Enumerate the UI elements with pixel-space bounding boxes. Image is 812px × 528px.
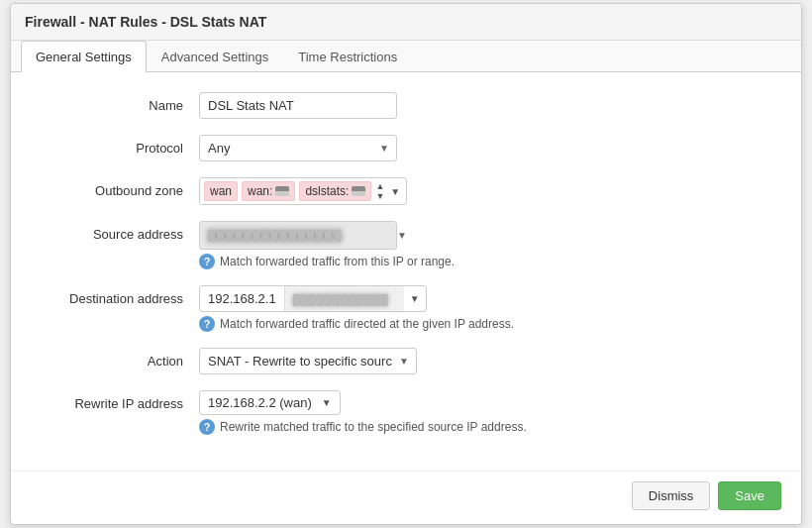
protocol-select[interactable]: Any TCP UDP TCP+UDP ICMP [199,135,397,161]
outbound-zone-label: Outbound zone [41,177,199,198]
zone-down-arrow-icon[interactable]: ▼ [375,192,384,201]
tab-advanced-settings[interactable]: Advanced Settings [147,41,283,72]
rewrite-help-icon[interactable]: ? [199,419,215,435]
window-title: Firewall - NAT Rules - DSL Stats NAT [11,4,801,41]
protocol-label: Protocol [41,135,199,156]
outbound-zone-row: Outbound zone wan wan: dslstats: [41,177,771,205]
action-control-wrap: SNAT - Rewrite to specific sourc MASQUER… [199,348,771,374]
zone-tag-wan-icon: wan: [242,181,295,201]
rewrite-ip-control-wrap: 192.168.2.2 (wan) ▼ ? Rewrite matched tr… [199,390,771,435]
rewrite-ip-dropdown-icon[interactable]: ▼ [316,397,332,408]
zone-dropdown-icon[interactable]: ▼ [388,184,402,199]
action-row: Action SNAT - Rewrite to specific sourc … [41,348,771,374]
rewrite-ip-label: Rewrite IP address [41,390,199,411]
destination-address-wrap[interactable]: 192.168.2.1 ▼ [199,285,427,312]
source-address-row: Source address ▼ ? Match forwarded traff… [41,221,771,269]
destination-address-control-wrap: 192.168.2.1 ▼ ? Match forwarded traffic … [199,285,771,332]
action-select[interactable]: SNAT - Rewrite to specific sourc MASQUER… [199,348,417,374]
destination-address-row: Destination address 192.168.2.1 ▼ ? Matc… [41,285,771,332]
destination-address-label: Destination address [41,285,199,306]
action-label: Action [41,348,199,369]
rewrite-ip-row: Rewrite IP address 192.168.2.2 (wan) ▼ ?… [41,390,771,435]
source-address-control-wrap: ▼ ? Match forwarded traffic from this IP… [199,221,771,269]
destination-blurred-range [285,286,404,311]
rewrite-ip-help: ? Rewrite matched traffic to the specifi… [199,419,771,435]
dismiss-button[interactable]: Dismiss [632,481,711,510]
zone-arrow-wrap: ▲ ▼ [375,182,384,201]
rewrite-ip-value: 192.168.2.2 (wan) [208,395,312,410]
footer: Dismiss Save [11,471,801,524]
name-control-wrap [199,92,771,119]
protocol-control-wrap: Any TCP UDP TCP+UDP ICMP ▼ [199,135,771,161]
form-body: Name Protocol Any TCP UDP TCP+UDP ICMP ▼ [11,72,801,467]
source-help-icon[interactable]: ? [199,254,215,269]
rewrite-ip-wrap[interactable]: 192.168.2.2 (wan) ▼ [199,390,341,415]
destination-help-icon[interactable]: ? [199,316,215,332]
tab-time-restrictions[interactable]: Time Restrictions [283,41,412,72]
name-input[interactable] [199,92,397,119]
name-label: Name [41,92,199,113]
save-button[interactable]: Save [718,481,781,510]
action-select-wrap: SNAT - Rewrite to specific sourc MASQUER… [199,348,417,374]
source-address-help: ? Match forwarded traffic from this IP o… [199,254,771,269]
destination-ip-value: 192.168.2.1 [200,286,285,311]
zone-up-arrow-icon[interactable]: ▲ [375,182,384,191]
protocol-select-wrap: Any TCP UDP TCP+UDP ICMP ▼ [199,135,397,161]
source-address-wrap: ▼ [199,221,771,250]
outbound-zone-wrap[interactable]: wan wan: dslstats: ▲ ▼ ▼ [199,177,407,205]
zone-tag-dslstats: dslstats: [299,181,371,201]
protocol-row: Protocol Any TCP UDP TCP+UDP ICMP ▼ [41,135,771,161]
destination-dropdown-icon[interactable]: ▼ [404,288,426,309]
destination-address-help: ? Match forwarded traffic directed at th… [199,316,771,332]
name-row: Name [41,92,771,119]
outbound-zone-control-wrap: wan wan: dslstats: ▲ ▼ ▼ [199,177,771,205]
tab-bar: General Settings Advanced Settings Time … [11,41,801,72]
tab-general-settings[interactable]: General Settings [21,41,147,72]
source-address-dropdown-icon[interactable]: ▼ [397,230,407,241]
zone-flag-dsl-icon [352,186,365,196]
zone-flag-icon [275,186,289,196]
zone-tag-wan: wan [204,181,238,201]
main-window: Firewall - NAT Rules - DSL Stats NAT Gen… [10,3,802,525]
source-address-input[interactable] [199,221,397,250]
source-address-label: Source address [41,221,199,242]
